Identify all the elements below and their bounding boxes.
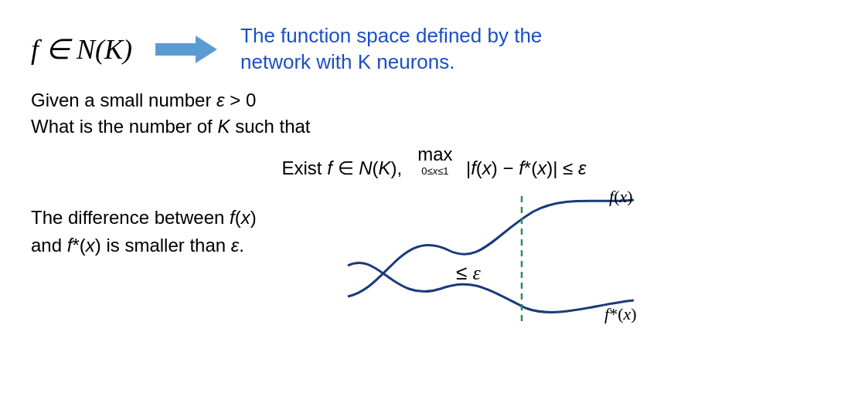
blue-line1: The function space defined by the [240, 24, 542, 47]
blue-description: The function space defined by the networ… [240, 23, 542, 76]
top-row: f ∈ N(K) The function space defined by t… [31, 23, 837, 76]
curves-svg: f(x) f*(x) ≤ ε [325, 188, 649, 335]
right-arrow-icon [155, 32, 217, 66]
svg-text:≤ ε: ≤ ε [456, 261, 482, 284]
svg-text:f*(x): f*(x) [604, 304, 637, 323]
bottom-description: The difference between f(x) and f*(x) is… [31, 204, 309, 259]
math-expression: f ∈ N(K) [31, 33, 132, 66]
graph-illustration: f(x) f*(x) ≤ ε [325, 188, 649, 327]
svg-marker-0 [155, 36, 217, 63]
equation-text: Exist f ∈ N(K), max 0≤x≤1 |f(x) − f*(x)|… [282, 144, 587, 179]
bottom-line2: and f*(x) is smaller than ε. [31, 235, 244, 256]
given-line: Given a small number ε > 0 [31, 90, 837, 111]
arrow-container [155, 32, 217, 66]
equation-line: Exist f ∈ N(K), max 0≤x≤1 |f(x) − f*(x)|… [31, 144, 837, 179]
question-line: What is the number of K such that [31, 116, 837, 137]
bottom-line1: The difference between f(x) [31, 207, 257, 228]
slide-container: f ∈ N(K) The function space defined by t… [0, 0, 868, 403]
svg-text:f(x): f(x) [609, 188, 633, 206]
bottom-row: The difference between f(x) and f*(x) is… [31, 188, 837, 327]
blue-line2: network with K neurons. [240, 50, 454, 73]
